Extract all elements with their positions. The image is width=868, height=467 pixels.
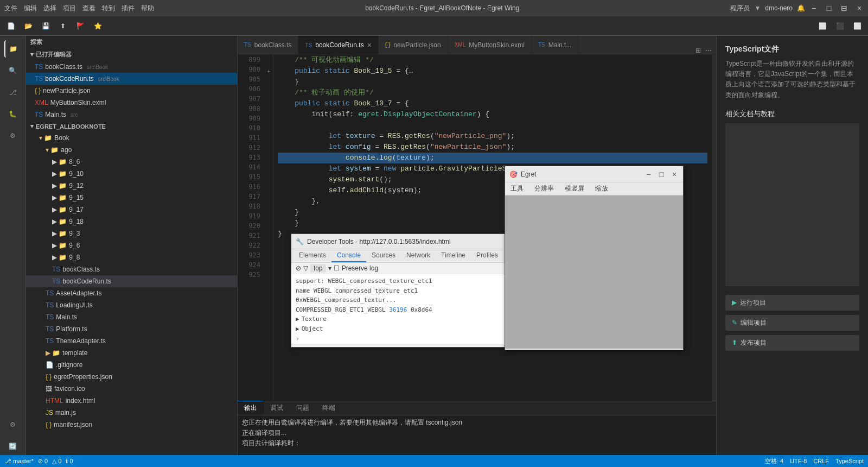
open-file-btn[interactable]: 📂 [22, 20, 35, 33]
restore-btn[interactable]: □ [825, 4, 833, 12]
git-branch[interactable]: ⎇ master* [4, 458, 34, 465]
split-editor-icon[interactable]: ⊞ [695, 47, 701, 54]
new-file-btn[interactable]: 📄 [4, 20, 17, 33]
devtools-tab-timeline[interactable]: Timeline [436, 249, 471, 262]
open-file-bookclass[interactable]: TS bookClass.ts src\Book [26, 61, 237, 73]
extensions-icon[interactable]: ⚙ [4, 127, 22, 144]
tree-gitignore[interactable]: 📄 .gitignore [26, 359, 237, 371]
egret-menu-resolution[interactable]: 分辨率 [529, 182, 559, 195]
tab-main[interactable]: TS Main.t... [532, 36, 578, 54]
bottom-tab-debug[interactable]: 调试 [264, 401, 290, 415]
tree-bookcoderun-ts[interactable]: TS bookCodeRun.ts [26, 275, 237, 287]
devtools-tab-console[interactable]: Console [331, 249, 366, 262]
tree-8_6[interactable]: ▶ 📁 8_6 [26, 156, 237, 168]
open-file-newparticle[interactable]: { } newParticle.json [26, 85, 237, 97]
close-btn[interactable]: × [855, 4, 864, 12]
git-icon[interactable]: ⎇ [4, 84, 22, 101]
minimize-btn[interactable]: − [809, 4, 818, 12]
maximize-btn[interactable]: ⊟ [840, 4, 848, 12]
menu-help[interactable]: 帮助 [141, 4, 154, 13]
open-file-mybuttonskin[interactable]: XML MyButtonSkin.exml [26, 97, 237, 109]
devtools-caret[interactable]: › [296, 335, 503, 342]
tree-main-js[interactable]: JS main.js [26, 407, 237, 419]
upload-btn[interactable]: ⬆ [56, 20, 69, 33]
sync-icon[interactable]: 🔄 [4, 438, 22, 455]
menu-view[interactable]: 查看 [82, 4, 95, 13]
egret-menu-rotate[interactable]: 模竖屏 [559, 182, 590, 195]
tab-bookclass[interactable]: TS bookClass.ts [238, 36, 298, 54]
publish-project-btn[interactable]: ⬆ 发布项目 [725, 335, 859, 351]
devtools-top-select[interactable]: top [310, 264, 326, 273]
debug-icon[interactable]: 🐛 [4, 105, 22, 123]
tree-main-ts[interactable]: TS Main.ts [26, 311, 237, 323]
devtools-dropdown-icon[interactable]: ▾ [328, 264, 331, 272]
egret-close-btn[interactable]: × [670, 170, 679, 179]
devtools-tab-sources[interactable]: Sources [366, 249, 401, 262]
tree-9_12[interactable]: ▶ 📁 9_12 [26, 180, 237, 192]
egret-restore-btn[interactable]: □ [657, 170, 666, 179]
open-file-bookcoderun[interactable]: TS bookCodeRun.ts src\Book [26, 73, 237, 85]
open-file-main[interactable]: TS Main.ts src [26, 109, 237, 121]
bookmark-btn[interactable]: ⭐ [91, 20, 104, 33]
tree-platform[interactable]: TS Platform.ts [26, 323, 237, 335]
tree-loadingui[interactable]: TS LoadingUI.ts [26, 299, 237, 311]
devtools-tab-profiles[interactable]: Profiles [471, 249, 503, 262]
bottom-tab-output[interactable]: 输出 [238, 401, 264, 415]
flag-btn[interactable]: 🚩 [74, 20, 87, 33]
tab-mybuttonskin[interactable]: XML MyButtonSkin.exml [448, 36, 532, 54]
edit-project-btn[interactable]: ✎ 编辑项目 [725, 315, 859, 331]
menu-select[interactable]: 选择 [43, 4, 56, 13]
explorer-icon[interactable]: 📁 [4, 40, 22, 58]
layout-full-btn[interactable]: ⬛ [833, 20, 846, 33]
devtools-stop-icon[interactable]: ⊘ [296, 264, 301, 272]
tree-ago-folder[interactable]: ▾ 📁 ago [26, 144, 237, 156]
egret-menu-zoom[interactable]: 缩放 [590, 182, 614, 195]
menu-file[interactable]: 文件 [4, 4, 17, 13]
tree-book-folder[interactable]: ▾ 📁 Book [26, 132, 237, 144]
tree-assetadapter[interactable]: TS AssetAdapter.ts [26, 287, 237, 299]
devtools-filter-icon[interactable]: ▽ [303, 264, 308, 272]
tree-favicon[interactable]: 🖼 favicon.ico [26, 383, 237, 395]
search-icon[interactable]: 🔍 [4, 62, 22, 79]
devtools-expand-texture[interactable]: ▶ [296, 314, 299, 324]
tree-9_8[interactable]: ▶ 📁 9_8 [26, 251, 237, 263]
more-tabs-icon[interactable]: ⋯ [705, 47, 712, 54]
settings-icon[interactable]: ⚙ [4, 416, 22, 433]
tree-9_15[interactable]: ▶ 📁 9_15 [26, 192, 237, 204]
bell-icon[interactable]: 🔔 [797, 4, 805, 12]
run-project-btn[interactable]: ▶ 运行项目 [725, 295, 859, 311]
tab-bookcoderun[interactable]: TS bookCodeRun.ts × [298, 36, 378, 54]
tree-index-html[interactable]: HTML index.html [26, 395, 237, 407]
devtools-tab-elements[interactable]: Elements [293, 249, 331, 262]
tree-manifest-json[interactable]: { } manifest.json [26, 419, 237, 431]
menu-edit[interactable]: 编辑 [24, 4, 37, 13]
tree-bookclass-ts[interactable]: TS bookClass.ts [26, 263, 237, 275]
egret-minimize-btn[interactable]: − [644, 170, 653, 179]
tree-9_6[interactable]: ▶ 📁 9_6 [26, 239, 237, 251]
editor-scrollbar[interactable] [712, 55, 716, 401]
tree-themeadapter[interactable]: TS ThemeAdapter.ts [26, 335, 237, 347]
bottom-tab-terminal[interactable]: 终端 [316, 401, 342, 415]
tree-template-folder[interactable]: ▶ 📁 template [26, 347, 237, 359]
layout-right-btn[interactable]: ⬜ [851, 20, 864, 33]
tree-9_3[interactable]: ▶ 📁 9_3 [26, 228, 237, 239]
layout-left-btn[interactable]: ⬜ [816, 20, 829, 33]
tab-bookcoderun-close[interactable]: × [367, 41, 372, 49]
tree-9_17[interactable]: ▶ 📁 9_17 [26, 204, 237, 216]
menu-project[interactable]: 项目 [63, 4, 76, 13]
open-editors-header[interactable]: ▾ 已打开编辑器 [26, 48, 237, 61]
devtools-expand-object[interactable]: ▶ [296, 324, 299, 334]
tree-egretprops[interactable]: { } egretProperties.json [26, 371, 237, 383]
devtools-tab-network[interactable]: Network [401, 249, 436, 262]
devtools-preserve-checkbox[interactable]: ☐ [334, 264, 340, 272]
menu-plugins[interactable]: 插件 [122, 4, 135, 13]
tree-9_18[interactable]: ▶ 📁 9_18 [26, 216, 237, 228]
bottom-tab-problems[interactable]: 问题 [290, 401, 316, 415]
tab-newparticle[interactable]: { } newParticle.json [379, 36, 448, 54]
project-header[interactable]: ▾ EGRET_ALLBOOKNOTE [26, 121, 237, 132]
gutter-fold-900[interactable]: + [265, 66, 273, 77]
save-btn[interactable]: 💾 [39, 20, 52, 33]
tree-9_10[interactable]: ▶ 📁 9_10 [26, 168, 237, 180]
menu-goto[interactable]: 转到 [102, 4, 115, 13]
egret-menu-tools[interactable]: 工具 [505, 182, 529, 195]
